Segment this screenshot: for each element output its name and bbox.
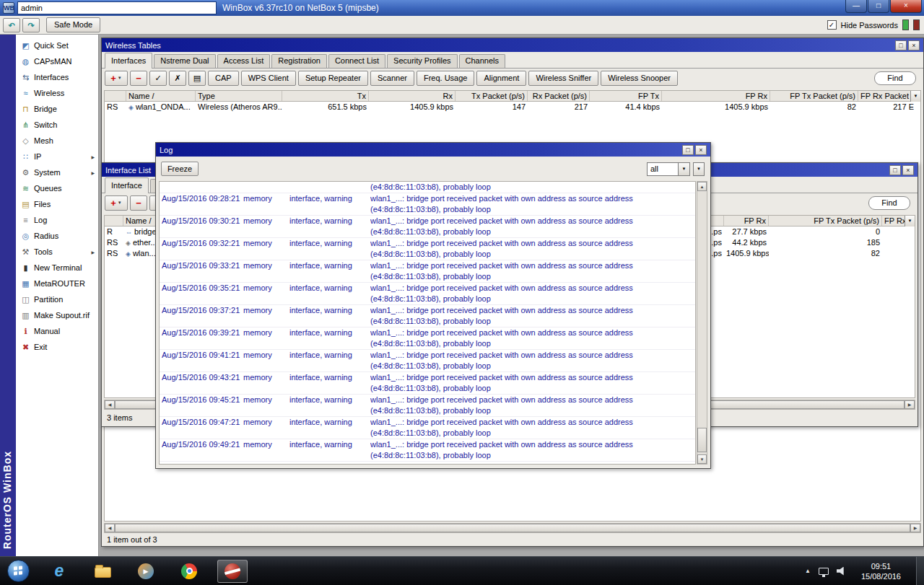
cap-button[interactable]: CAP: [208, 71, 239, 86]
sidebar-item-queues[interactable]: ≋Queues: [16, 180, 98, 196]
sidebar-item-ip[interactable]: ∷IP▶: [16, 149, 98, 164]
log-row[interactable]: (e4:8d:8c:11:03:b8), probably loop: [160, 405, 695, 416]
wireless-hscrollbar[interactable]: ◀ ▶: [104, 523, 921, 533]
close-button[interactable]: ×: [890, 0, 922, 13]
comment-button[interactable]: ▤: [188, 71, 206, 86]
add-button[interactable]: + ▼: [105, 71, 128, 86]
wireless-find-button[interactable]: Find: [874, 71, 916, 85]
alignment-button[interactable]: Alignment: [476, 71, 526, 86]
sidebar-item-radius[interactable]: ◎Radius: [16, 228, 98, 244]
wireless-snooper-button[interactable]: Wireless Snooper: [601, 71, 678, 86]
wireless-header-type[interactable]: Type: [196, 91, 282, 101]
log-filter-combo[interactable]: all ▼: [647, 162, 690, 176]
log-close-button[interactable]: ×: [695, 145, 707, 155]
log-row[interactable]: (e4:8d:8c:11:03:b8), probably loop: [160, 204, 695, 215]
wireless-tab-channels[interactable]: Channels: [459, 54, 505, 68]
log-entry[interactable]: Aug/15/2016 09:39:21memoryinterface, war…: [160, 327, 695, 350]
scroll-right-icon[interactable]: ▶: [910, 524, 920, 532]
undo-button[interactable]: ↶: [3, 18, 20, 32]
log-row[interactable]: (e4:8d:8c:11:03:b8), probably loop: [160, 226, 695, 237]
sidebar-item-files[interactable]: ▤Files: [16, 196, 98, 212]
log-entry[interactable]: Aug/15/2016 09:49:21memoryinterface, war…: [160, 439, 695, 462]
scanner-button[interactable]: Scanner: [370, 71, 414, 86]
log-vscrollbar[interactable]: ▲ ▼: [697, 181, 707, 465]
network-icon[interactable]: [819, 568, 829, 575]
disable-button[interactable]: ✗: [169, 71, 186, 86]
log-entry[interactable]: Aug/15/2016 09:37:21memoryinterface, war…: [160, 305, 695, 327]
interface-header-fp-tx-packet-p-s[interactable]: FP Tx Packet (p/s): [769, 216, 882, 226]
media-player-taskbar-button[interactable]: ▶: [131, 560, 161, 583]
wireless-header-tx[interactable]: Tx: [282, 91, 369, 101]
log-entry[interactable]: Aug/15/2016 09:33:21memoryinterface, war…: [160, 260, 695, 283]
log-entry[interactable]: Aug/15/2016 09:35:21memoryinterface, war…: [160, 283, 695, 305]
sidebar-item-switch[interactable]: ⋔Switch: [16, 117, 98, 133]
show-desktop-button[interactable]: [916, 557, 924, 585]
log-row[interactable]: (e4:8d:8c:11:03:b8), probably loop: [160, 383, 695, 394]
safe-mode-button[interactable]: Safe Mode: [46, 17, 100, 32]
wireless-tab-access-list[interactable]: Access List: [217, 54, 271, 68]
log-row[interactable]: Aug/15/2016 09:35:21memoryinterface, war…: [160, 283, 695, 294]
wps-client-button[interactable]: WPS Client: [241, 71, 296, 86]
wireless-header-flags[interactable]: [105, 91, 126, 101]
enable-button[interactable]: ✓: [149, 71, 167, 86]
log-row[interactable]: Aug/15/2016 09:33:21memoryinterface, war…: [160, 260, 695, 271]
log-row[interactable]: Aug/15/2016 09:45:21memoryinterface, war…: [160, 395, 695, 405]
log-row[interactable]: (e4:8d:8c:11:03:b8), probably loop: [160, 428, 695, 439]
log-entry[interactable]: Aug/15/2016 09:28:21memoryinterface, war…: [160, 193, 695, 216]
remove-button[interactable]: −: [130, 71, 147, 86]
sidebar-item-log[interactable]: ≡Log: [16, 212, 98, 228]
scroll-left-icon[interactable]: ◀: [105, 400, 115, 409]
log-entry[interactable]: Aug/15/2016 09:41:21memoryinterface, war…: [160, 350, 695, 372]
interface-maximize-button[interactable]: □: [889, 165, 901, 175]
redo-button[interactable]: ↷: [22, 18, 40, 32]
sidebar-item-new-terminal[interactable]: ▮New Terminal: [16, 260, 98, 276]
wireless-tab-connect-list[interactable]: Connect List: [328, 54, 385, 68]
interface-column-select-button[interactable]: ▼: [905, 216, 915, 226]
log-row[interactable]: Aug/15/2016 09:41:21memoryinterface, war…: [160, 350, 695, 361]
interface-add-button[interactable]: + ▼: [105, 195, 128, 211]
wireless-header-fp-tx[interactable]: FP Tx: [590, 91, 662, 101]
log-entry[interactable]: Aug/15/2016 09:30:21memoryinterface, war…: [160, 216, 695, 238]
log-entry[interactable]: Aug/15/2016 09:51:09memorysystem, info, …: [160, 462, 695, 465]
session-user-input[interactable]: [17, 1, 217, 14]
volume-icon[interactable]: [837, 567, 846, 576]
wireless-header-rx-packet-p-s[interactable]: Rx Packet (p/s): [528, 91, 590, 101]
log-row[interactable]: Aug/15/2016 09:37:21memoryinterface, war…: [160, 305, 695, 316]
interface-find-button[interactable]: Find: [868, 196, 910, 210]
log-row[interactable]: Aug/15/2016 09:43:21memoryinterface, war…: [160, 372, 695, 383]
minimize-button[interactable]: —: [845, 0, 867, 13]
sidebar-item-tools[interactable]: ⚒Tools▶: [16, 244, 98, 260]
wireless-header-tx-packet-p-s[interactable]: Tx Packet (p/s): [456, 91, 528, 101]
wireless-tables-titlebar[interactable]: Wireless Tables □ ×: [102, 38, 923, 52]
log-row[interactable]: (e4:8d:8c:11:03:b8), probably loop: [160, 294, 695, 304]
wireless-sniffer-button[interactable]: Wireless Sniffer: [528, 71, 598, 86]
sidebar-item-partition[interactable]: ◫Partition: [16, 291, 98, 307]
wireless-tab-registration[interactable]: Registration: [271, 54, 327, 68]
sidebar-item-wireless[interactable]: ≈Wireless: [16, 85, 98, 101]
interface-header-flags[interactable]: [105, 216, 123, 226]
log-entry[interactable]: Aug/15/2016 09:43:21memoryinterface, war…: [160, 372, 695, 395]
setup-repeater-button[interactable]: Setup Repeater: [298, 71, 368, 86]
log-row[interactable]: Aug/15/2016 09:32:21memoryinterface, war…: [160, 238, 695, 249]
log-row[interactable]: (e4:8d:8c:11:03:b8), probably loop: [160, 182, 695, 193]
sidebar-item-exit[interactable]: ✖Exit: [16, 339, 98, 355]
wireless-tab-nstreme-dual[interactable]: Nstreme Dual: [154, 54, 215, 68]
log-filter-dropdown-icon[interactable]: ▼: [679, 162, 690, 176]
file-explorer-taskbar-button[interactable]: [87, 560, 118, 583]
taskbar-clock[interactable]: 09:51 15/08/2016: [854, 561, 908, 581]
wireless-header-fp-rx-packet-p-s[interactable]: FP Rx Packet (p/s): [858, 91, 916, 101]
internet-explorer-taskbar-button[interactable]: e: [44, 560, 74, 583]
wireless-column-select-button[interactable]: ▼: [910, 91, 920, 102]
log-entry[interactable]: Aug/15/2016 09:45:21memoryinterface, war…: [160, 395, 695, 417]
sidebar-item-quick-set[interactable]: ◩Quick Set: [16, 38, 98, 53]
chrome-taskbar-button[interactable]: [174, 560, 204, 583]
log-vscroll-thumb[interactable]: [697, 428, 707, 452]
freeze-button[interactable]: Freeze: [161, 162, 199, 176]
wireless-tab-security-profiles[interactable]: Security Profiles: [387, 54, 457, 68]
wireless-header-name[interactable]: Name /: [126, 91, 196, 101]
winbox-taskbar-button[interactable]: [217, 560, 248, 583]
log-row[interactable]: (e4:8d:8c:11:03:b8), probably loop: [160, 316, 695, 327]
wireless-header-fp-tx-packet-p-s[interactable]: FP Tx Packet (p/s): [770, 91, 858, 101]
log-row[interactable]: Aug/15/2016 09:47:21memoryinterface, war…: [160, 417, 695, 428]
log-filter-extra-button[interactable]: ▼: [693, 162, 705, 176]
